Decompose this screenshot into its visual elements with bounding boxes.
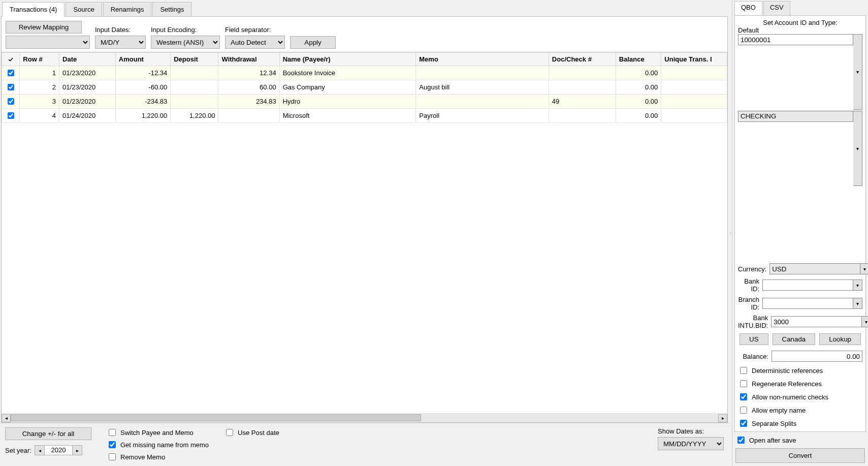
get-missing-name-checkbox[interactable]: Get missing name from memo bbox=[107, 440, 209, 450]
year-value: 2020 bbox=[45, 445, 72, 455]
row-checkbox-cell[interactable] bbox=[2, 95, 20, 109]
allow-empty-checkbox[interactable]: Allow empty name bbox=[738, 405, 862, 415]
table-row[interactable]: 201/23/2020-60.0060.00Gas CompanyAugust … bbox=[2, 80, 727, 95]
amount-cell: -234.83 bbox=[115, 95, 170, 109]
currency-dropdown-icon[interactable]: ▾ bbox=[860, 263, 868, 274]
branch-id-combo[interactable]: ▾ bbox=[762, 298, 862, 309]
table-row[interactable]: 401/24/20201,220.001,220.00MicrosoftPayr… bbox=[2, 109, 727, 123]
remove-memo-checkbox[interactable]: Remove Memo bbox=[107, 452, 209, 462]
row-checkbox-cell[interactable] bbox=[2, 109, 20, 123]
input-encoding-select[interactable]: Western (ANSI) bbox=[151, 36, 220, 49]
apply-button[interactable]: Apply bbox=[290, 36, 336, 49]
main-tabs: Transactions (4) Source Renamings Settin… bbox=[0, 0, 729, 16]
balance-input[interactable] bbox=[771, 351, 862, 362]
tab-source[interactable]: Source bbox=[66, 2, 102, 16]
bank-intu-dropdown-icon[interactable]: ▾ bbox=[862, 316, 868, 327]
deposit-cell bbox=[171, 80, 218, 95]
scroll-right-arrow-icon[interactable]: ▸ bbox=[718, 414, 727, 422]
table-row[interactable]: 101/23/2020-12.3412.34Bookstore Invoice0… bbox=[2, 66, 727, 80]
open-after-save-checkbox[interactable]: Open after save bbox=[735, 435, 865, 445]
row-checkbox[interactable] bbox=[8, 84, 14, 90]
doc-cell bbox=[549, 80, 616, 95]
account-id-input[interactable] bbox=[738, 34, 853, 45]
col-withdrawal-header[interactable]: Withdrawal bbox=[218, 53, 279, 66]
col-amount-header[interactable]: Amount bbox=[115, 53, 170, 66]
table-empty-area bbox=[2, 123, 727, 413]
separate-splits-checkbox[interactable]: Separate Splits bbox=[738, 418, 862, 428]
field-separator-select[interactable]: Auto Detect bbox=[225, 36, 285, 49]
show-dates-select[interactable]: MM/DD/YYYY bbox=[658, 437, 724, 450]
row-checkbox[interactable] bbox=[8, 70, 14, 76]
convert-button[interactable]: Convert bbox=[735, 448, 865, 463]
bank-intu-combo[interactable]: ▾ bbox=[771, 316, 868, 327]
balance-cell: 0.00 bbox=[616, 66, 661, 80]
col-unique-header[interactable]: Unique Trans. I bbox=[661, 53, 727, 66]
input-dates-select[interactable]: M/D/Y bbox=[95, 36, 146, 49]
row-checkbox[interactable] bbox=[8, 98, 14, 105]
account-id-combo[interactable]: ▾ bbox=[738, 34, 862, 110]
lookup-button[interactable]: Lookup bbox=[819, 333, 861, 345]
regenerate-checkbox[interactable]: Regenerate References bbox=[738, 379, 862, 389]
row-checkbox[interactable] bbox=[8, 112, 14, 119]
unique-cell bbox=[661, 95, 727, 109]
scroll-track[interactable] bbox=[11, 414, 718, 422]
bank-intu-label: Bank INTU.BID: bbox=[738, 314, 768, 329]
col-row-header[interactable]: Row # bbox=[20, 53, 59, 66]
year-increment-button[interactable]: ▸ bbox=[72, 445, 82, 455]
branch-id-dropdown-icon[interactable]: ▾ bbox=[853, 298, 862, 309]
check-icon bbox=[8, 56, 14, 63]
tab-transactions-label: Transactions (4) bbox=[10, 6, 57, 13]
scroll-left-arrow-icon[interactable]: ◂ bbox=[2, 414, 11, 422]
withdrawal-cell: 234.83 bbox=[218, 95, 279, 109]
col-memo-header[interactable]: Memo bbox=[416, 53, 549, 66]
year-stepper[interactable]: ◂ 2020 ▸ bbox=[35, 445, 82, 455]
deterministic-checkbox[interactable]: Deterministic references bbox=[738, 365, 862, 376]
tab-settings[interactable]: Settings bbox=[152, 2, 191, 16]
table-row[interactable]: 301/23/2020-234.83234.83Hydro490.00 bbox=[2, 95, 727, 109]
tab-qbo[interactable]: QBO bbox=[734, 1, 762, 15]
right-body: Set Account ID and Type: Default ▾ ▾ Cur… bbox=[734, 15, 866, 432]
col-check-header[interactable] bbox=[2, 53, 20, 66]
bank-id-combo[interactable]: ▾ bbox=[762, 279, 862, 291]
row-checkbox-cell[interactable] bbox=[2, 66, 20, 80]
bank-id-label: Bank ID: bbox=[738, 277, 759, 293]
transactions-table-wrap: Row # Date Amount Deposit Withdrawal Nam… bbox=[2, 52, 727, 422]
year-decrement-button[interactable]: ◂ bbox=[35, 445, 45, 455]
col-doc-header[interactable]: Doc/Check # bbox=[549, 53, 616, 66]
col-balance-header[interactable]: Balance bbox=[616, 53, 661, 66]
tab-transactions[interactable]: Transactions (4) bbox=[2, 2, 65, 17]
tab-renamings[interactable]: Renamings bbox=[103, 2, 152, 16]
us-button[interactable]: US bbox=[740, 333, 768, 345]
main-area: Transactions (4) Source Renamings Settin… bbox=[0, 0, 868, 466]
row-number-cell: 2 bbox=[20, 80, 59, 95]
deposit-cell: 1,220.00 bbox=[171, 109, 218, 123]
input-encoding-label: Input Encoding: bbox=[151, 26, 220, 34]
account-type-dropdown-icon[interactable]: ▾ bbox=[853, 111, 862, 187]
scroll-thumb[interactable] bbox=[11, 414, 421, 421]
horizontal-scrollbar[interactable]: ◂ ▸ bbox=[2, 413, 727, 422]
account-type-input[interactable] bbox=[738, 111, 853, 122]
bank-id-dropdown-icon[interactable]: ▾ bbox=[853, 279, 862, 291]
allow-nonnumeric-checkbox[interactable]: Allow non-numeric checks bbox=[738, 392, 862, 402]
col-name-header[interactable]: Name (Payee/r) bbox=[279, 53, 416, 66]
review-mapping-button[interactable]: Review Mapping bbox=[6, 21, 82, 34]
change-sign-button[interactable]: Change +/- for all bbox=[5, 427, 91, 440]
account-type-combo[interactable]: ▾ bbox=[738, 111, 862, 187]
account-id-dropdown-icon[interactable]: ▾ bbox=[853, 34, 862, 110]
currency-combo[interactable]: ▾ bbox=[769, 263, 868, 274]
tab-csv[interactable]: CSV bbox=[763, 1, 790, 15]
use-post-date-checkbox[interactable]: Use Post date bbox=[224, 427, 279, 438]
mapping-select[interactable] bbox=[6, 36, 90, 49]
canada-button[interactable]: Canada bbox=[773, 333, 816, 345]
balance-cell: 0.00 bbox=[616, 80, 661, 95]
toolbar: Review Mapping Input Dates: M/D/Y Input … bbox=[2, 17, 727, 52]
row-checkbox-cell[interactable] bbox=[2, 80, 20, 95]
bank-id-input[interactable] bbox=[762, 279, 853, 291]
bank-intu-input[interactable] bbox=[771, 316, 862, 327]
currency-input[interactable] bbox=[769, 263, 860, 274]
switch-payee-checkbox[interactable]: Switch Payee and Memo bbox=[107, 427, 209, 438]
withdrawal-cell bbox=[218, 109, 279, 123]
col-deposit-header[interactable]: Deposit bbox=[171, 53, 218, 66]
col-date-header[interactable]: Date bbox=[59, 53, 116, 66]
branch-id-input[interactable] bbox=[762, 298, 853, 309]
